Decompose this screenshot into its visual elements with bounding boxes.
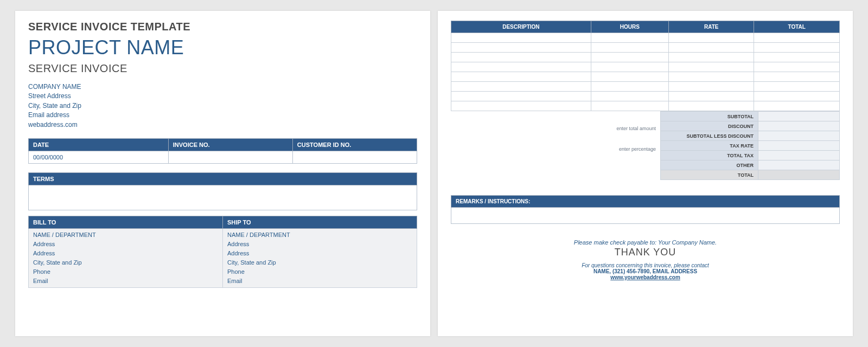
table-cell[interactable] <box>451 62 591 72</box>
company-web: webaddress.com <box>28 120 417 130</box>
table-cell[interactable] <box>591 53 668 62</box>
table-cell[interactable] <box>451 101 591 111</box>
table-cell[interactable] <box>668 101 754 111</box>
billto-line: City, State and Zip <box>33 258 218 267</box>
table-cell[interactable] <box>668 43 754 53</box>
totals-row: DISCOUNT <box>661 121 840 131</box>
invoice-value[interactable] <box>168 151 292 163</box>
table-cell[interactable] <box>591 101 668 111</box>
company-email: Email address <box>28 111 417 120</box>
table-cell[interactable] <box>591 72 668 82</box>
table-cell[interactable] <box>591 82 668 92</box>
hint-amount: enter total amount <box>616 123 656 134</box>
remarks-body[interactable] <box>451 208 840 224</box>
invoice-page-1: SERVICE INVOICE TEMPLATE PROJECT NAME SE… <box>15 11 430 336</box>
table-row[interactable] <box>451 43 840 53</box>
table-row[interactable] <box>451 101 840 111</box>
table-cell[interactable] <box>451 33 591 43</box>
totals-row: SUBTOTAL <box>661 112 840 121</box>
table-cell[interactable] <box>754 92 840 101</box>
table-cell[interactable] <box>591 92 668 101</box>
totals-row: TOTAL TAX <box>661 151 840 160</box>
billto-line: NAME / DEPARTMENT <box>33 230 218 240</box>
items-table: DESCRIPTION HOURS RATE TOTAL <box>451 21 840 111</box>
table-cell[interactable] <box>591 33 668 43</box>
customer-header: CUSTOMER ID NO. <box>292 138 417 151</box>
totals-value[interactable] <box>758 160 840 170</box>
col-total: TOTAL <box>754 21 840 33</box>
table-cell[interactable] <box>668 82 754 92</box>
company-csz: City, State and Zip <box>28 101 417 111</box>
table-cell[interactable] <box>451 43 591 53</box>
billto-line: Email <box>33 277 218 286</box>
footer-contact: NAME, (321) 456-7890, EMAIL ADDRESS <box>451 268 840 274</box>
totals-value[interactable] <box>758 121 840 131</box>
totals-row: TAX RATE <box>661 141 840 151</box>
table-cell[interactable] <box>668 92 754 101</box>
customer-value[interactable] <box>292 151 417 163</box>
table-cell[interactable] <box>754 53 840 62</box>
company-block: COMPANY NAME Street Address City, State … <box>28 82 417 130</box>
table-row[interactable] <box>451 72 840 82</box>
col-description: DESCRIPTION <box>451 21 591 33</box>
footer-payable: Please make check payable to: Your Compa… <box>451 239 840 246</box>
terms-table: TERMS <box>28 172 417 210</box>
totals-section: enter total amount enter percentage SUBT… <box>451 111 840 180</box>
table-cell[interactable] <box>451 92 591 101</box>
shipto-line: Address <box>227 240 412 249</box>
table-cell[interactable] <box>754 101 840 111</box>
table-cell[interactable] <box>668 72 754 82</box>
shipto-line: Email <box>227 277 412 286</box>
terms-body[interactable] <box>29 185 417 210</box>
meta-table: DATE INVOICE NO. CUSTOMER ID NO. 00/00/0… <box>28 138 417 164</box>
table-cell[interactable] <box>754 62 840 72</box>
table-row[interactable] <box>451 62 840 72</box>
table-cell[interactable] <box>591 43 668 53</box>
hint-pct: enter percentage <box>616 144 656 155</box>
billto-body[interactable]: NAME / DEPARTMENT Address Address City, … <box>29 228 223 287</box>
table-row[interactable] <box>451 92 840 101</box>
table-cell[interactable] <box>754 72 840 82</box>
table-row[interactable] <box>451 53 840 62</box>
totals-row: OTHER <box>661 160 840 170</box>
table-cell[interactable] <box>451 53 591 62</box>
table-row[interactable] <box>451 82 840 92</box>
footer-thanks: THANK YOU <box>451 247 840 258</box>
address-table: BILL TO SHIP TO NAME / DEPARTMENT Addres… <box>28 216 417 288</box>
table-cell[interactable] <box>451 82 591 92</box>
table-cell[interactable] <box>451 72 591 82</box>
table-row[interactable] <box>451 33 840 43</box>
shipto-body[interactable]: NAME / DEPARTMENT Address Address City, … <box>223 228 417 287</box>
remarks-header: REMARKS / INSTRUCTIONS: <box>451 195 840 208</box>
date-value[interactable]: 00/00/0000 <box>29 151 169 163</box>
totals-value[interactable] <box>758 131 840 141</box>
totals-label: SUBTOTAL LESS DISCOUNT <box>661 131 758 141</box>
totals-row: TOTAL <box>661 170 840 180</box>
footer-url[interactable]: www.yourwebaddress.com <box>451 274 840 280</box>
invoice-header: INVOICE NO. <box>168 138 292 151</box>
table-cell[interactable] <box>668 62 754 72</box>
shipto-line: Address <box>227 249 412 258</box>
table-cell[interactable] <box>754 82 840 92</box>
shipto-line: City, State and Zip <box>227 258 412 267</box>
billto-line: Address <box>33 240 218 249</box>
totals-value[interactable] <box>758 141 840 151</box>
totals-value[interactable] <box>758 151 840 160</box>
billto-header: BILL TO <box>29 216 223 228</box>
table-cell[interactable] <box>591 62 668 72</box>
project-name: PROJECT NAME <box>28 36 417 59</box>
totals-table: SUBTOTALDISCOUNTSUBTOTAL LESS DISCOUNTTA… <box>660 111 840 180</box>
footer-questions: For questions concerning this invoice, p… <box>451 262 840 268</box>
invoice-page-2: DESCRIPTION HOURS RATE TOTAL enter total… <box>438 11 853 336</box>
totals-value[interactable] <box>758 112 840 121</box>
totals-label: DISCOUNT <box>661 121 758 131</box>
table-cell[interactable] <box>754 33 840 43</box>
table-cell[interactable] <box>754 43 840 53</box>
totals-value[interactable] <box>758 170 840 180</box>
table-cell[interactable] <box>668 53 754 62</box>
totals-label: TOTAL <box>661 170 758 180</box>
col-hours: HOURS <box>591 21 668 33</box>
shipto-line: Phone <box>227 267 412 277</box>
shipto-line: NAME / DEPARTMENT <box>227 230 412 240</box>
table-cell[interactable] <box>668 33 754 43</box>
